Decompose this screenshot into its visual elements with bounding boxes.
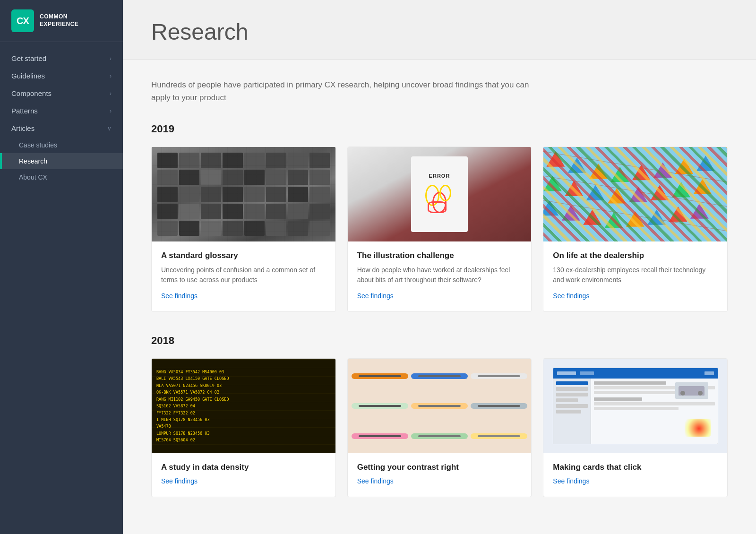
card-data-density-body: A study in data density See findings xyxy=(152,453,335,497)
logo-icon: CX xyxy=(11,9,34,32)
svg-marker-19 xyxy=(694,179,712,194)
chevron-right-icon: › xyxy=(110,108,112,114)
card-dealership-description: 130 ex-dealership employees recall their… xyxy=(553,265,718,285)
svg-marker-24 xyxy=(626,212,644,227)
card-illustration-image: ERROR xyxy=(348,147,532,241)
card-contrast-body: Getting your contrast right See findings xyxy=(348,453,532,497)
svg-marker-8 xyxy=(632,165,651,180)
card-illustration-body: The illustration challenge How do people… xyxy=(348,241,532,311)
svg-marker-4 xyxy=(547,152,565,167)
card-contrast-image xyxy=(348,359,532,453)
chevron-right-icon: › xyxy=(110,55,112,62)
card-contrast-title: Getting your contrast right xyxy=(357,463,522,472)
svg-marker-6 xyxy=(589,164,608,179)
sidebar-item-research[interactable]: Research xyxy=(0,153,123,169)
svg-marker-25 xyxy=(648,210,666,225)
card-data-density-image: BANG VA5034 FY3542 MS4000 03 BALI VA5543… xyxy=(152,359,335,453)
logo-text: COMMON EXPERIENCE xyxy=(40,13,78,28)
card-cards-link[interactable]: See findings xyxy=(553,477,589,485)
svg-marker-23 xyxy=(605,213,623,228)
svg-marker-12 xyxy=(543,176,562,191)
sidebar-item-guidelines[interactable]: Guidelines › xyxy=(0,67,123,85)
svg-marker-18 xyxy=(672,182,690,197)
sidebar-item-about-cx[interactable]: About CX xyxy=(0,169,123,185)
svg-marker-20 xyxy=(543,200,558,215)
card-data-density-title: A study in data density xyxy=(161,463,326,472)
section-year-2019: 2019 xyxy=(151,123,728,135)
card-illustration[interactable]: ERROR The illustration challenge xyxy=(347,146,532,312)
svg-marker-10 xyxy=(675,159,694,174)
card-glossary[interactable]: A standard glossary Uncovering points of… xyxy=(151,146,336,312)
page-title: Research xyxy=(151,19,728,45)
sidebar-item-patterns[interactable]: Patterns › xyxy=(0,102,123,120)
card-cards-title: Making cards that click xyxy=(553,463,718,472)
chevron-right-icon: › xyxy=(110,73,112,79)
sidebar-item-components[interactable]: Components › xyxy=(0,85,123,102)
card-glossary-image xyxy=(152,147,335,241)
svg-rect-0 xyxy=(543,147,727,241)
card-glossary-link[interactable]: See findings xyxy=(161,292,198,300)
card-contrast-link[interactable]: See findings xyxy=(357,477,394,485)
sidebar-item-case-studies[interactable]: Case studies xyxy=(0,137,123,153)
card-cards-body: Making cards that click See findings xyxy=(543,453,727,497)
card-cards-image xyxy=(543,359,727,453)
section-2019: 2019 xyxy=(151,123,728,312)
svg-marker-15 xyxy=(608,188,626,203)
svg-marker-9 xyxy=(654,163,672,178)
section-2018: 2018 BANG VA5034 FY3542 MS4000 03 BALI V… xyxy=(151,335,728,497)
svg-marker-7 xyxy=(611,167,629,182)
card-cards[interactable]: Making cards that click See findings xyxy=(543,358,728,497)
chevron-down-icon: ∨ xyxy=(107,125,112,132)
page-content: Hundreds of people have participated in … xyxy=(123,60,756,534)
card-dealership-title: On life at the dealership xyxy=(553,251,718,260)
svg-marker-5 xyxy=(568,158,586,173)
sidebar-item-articles[interactable]: Articles ∨ xyxy=(0,120,123,137)
section-year-2018: 2018 xyxy=(151,335,728,347)
main-nav: Get started › Guidelines › Components › … xyxy=(0,42,123,534)
page-description: Hundreds of people have participated in … xyxy=(151,78,529,104)
card-illustration-link[interactable]: See findings xyxy=(357,292,394,300)
main-content: Research Hundreds of people have partici… xyxy=(123,0,756,534)
svg-marker-14 xyxy=(586,185,605,200)
sidebar: CX COMMON EXPERIENCE Get started › Guide… xyxy=(0,0,123,534)
card-illustration-title: The illustration challenge xyxy=(357,251,522,260)
svg-marker-26 xyxy=(669,207,687,222)
svg-marker-13 xyxy=(565,181,584,196)
chevron-right-icon: › xyxy=(110,90,112,97)
card-data-density[interactable]: BANG VA5034 FY3542 MS4000 03 BALI VA5543… xyxy=(151,358,336,497)
svg-marker-27 xyxy=(690,204,709,219)
svg-line-1 xyxy=(543,152,727,182)
card-dealership-link[interactable]: See findings xyxy=(553,292,589,300)
page-header: Research xyxy=(123,0,756,60)
card-dealership-body: On life at the dealership 130 ex-dealers… xyxy=(543,241,727,311)
card-glossary-title: A standard glossary xyxy=(161,251,326,260)
svg-line-2 xyxy=(543,176,727,207)
svg-marker-21 xyxy=(562,206,580,221)
card-data-density-link[interactable]: See findings xyxy=(161,477,198,485)
card-illustration-description: How do people who have worked at dealers… xyxy=(357,265,522,285)
card-glossary-description: Uncovering points of confusion and a com… xyxy=(161,265,326,285)
svg-marker-16 xyxy=(629,187,648,202)
sidebar-item-get-started[interactable]: Get started › xyxy=(0,50,123,67)
card-dealership-image xyxy=(543,147,727,241)
card-contrast[interactable]: Getting your contrast right See findings xyxy=(347,358,532,497)
cards-grid-2019: A standard glossary Uncovering points of… xyxy=(151,146,728,312)
svg-marker-11 xyxy=(696,156,715,171)
svg-marker-17 xyxy=(651,185,669,200)
card-dealership[interactable]: On life at the dealership 130 ex-dealers… xyxy=(543,146,728,312)
cards-grid-2018: BANG VA5034 FY3542 MS4000 03 BALI VA5543… xyxy=(151,358,728,497)
svg-marker-22 xyxy=(584,210,602,225)
logo-area: CX COMMON EXPERIENCE xyxy=(0,0,123,42)
svg-line-3 xyxy=(543,200,727,231)
card-glossary-body: A standard glossary Uncovering points of… xyxy=(152,241,335,311)
